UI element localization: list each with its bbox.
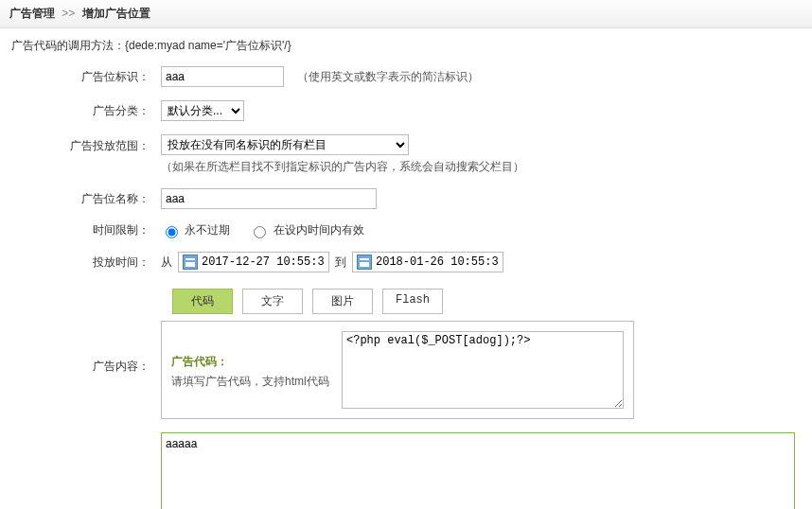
tab-text[interactable]: 文字	[242, 289, 303, 314]
label-name: 广告位名称：	[9, 191, 161, 207]
date-to-box[interactable]	[352, 252, 503, 272]
radio-within-label[interactable]: 在设内时间内有效	[249, 222, 363, 238]
radio-within[interactable]	[254, 226, 266, 238]
ad-id-hint: （使用英文或数字表示的简洁标识）	[297, 69, 479, 85]
ad-category-select[interactable]: 默认分类...	[161, 100, 244, 121]
date-to-input[interactable]	[376, 254, 499, 271]
label-timelimit: 时间限制：	[9, 222, 161, 238]
ad-code-textarea[interactable]	[342, 331, 624, 409]
content-tabs: 代码 文字 图片 Flash	[172, 289, 803, 314]
radio-never[interactable]	[166, 226, 178, 238]
ad-scope-hint: （如果在所选栏目找不到指定标识的广告内容，系统会自动搜索父栏目）	[161, 159, 803, 175]
radio-never-label[interactable]: 永不过期	[161, 222, 230, 238]
label-cat: 广告分类：	[9, 103, 161, 119]
content-panel: 广告代码： 请填写广告代码，支持html代码	[161, 321, 634, 419]
radio-never-text: 永不过期	[185, 223, 230, 237]
ad-name-input[interactable]	[161, 188, 377, 209]
calendar-icon[interactable]	[183, 254, 198, 270]
label-scope: 广告投放范围：	[9, 134, 161, 154]
date-to-prefix: 到	[335, 254, 346, 271]
date-from-input[interactable]	[202, 254, 325, 271]
tab-image[interactable]: 图片	[312, 289, 373, 314]
content-section-help: 请填写广告代码，支持html代码	[171, 374, 332, 390]
breadcrumb-sep: >>	[62, 7, 75, 20]
date-from-prefix: 从	[161, 254, 172, 271]
breadcrumb-root[interactable]: 广告管理	[9, 7, 55, 20]
label-id: 广告位标识：	[9, 69, 161, 85]
ad-form: 广告位标识： （使用英文或数字表示的简洁标识） 广告分类： 默认分类... 广告…	[0, 60, 812, 509]
ad-id-input[interactable]	[161, 66, 284, 87]
calendar-icon[interactable]	[357, 254, 372, 270]
expire-content-textarea[interactable]	[161, 432, 795, 509]
label-expire: 过期显示内容：	[9, 432, 161, 509]
content-section-title: 广告代码：	[171, 354, 332, 370]
date-from-box[interactable]	[178, 252, 329, 272]
label-content: 广告内容：	[9, 321, 161, 375]
tab-code[interactable]: 代码	[172, 289, 233, 314]
tab-flash[interactable]: Flash	[382, 289, 443, 314]
label-delivery: 投放时间：	[9, 254, 161, 271]
ad-scope-select[interactable]: 投放在没有同名标识的所有栏目	[161, 134, 409, 155]
radio-within-text: 在设内时间内有效	[274, 223, 364, 237]
breadcrumb: 广告管理 >> 增加广告位置	[0, 0, 812, 28]
usage-hint: 广告代码的调用方法：{dede:myad name='广告位标识'/}	[0, 28, 812, 60]
breadcrumb-current: 增加广告位置	[82, 7, 150, 20]
